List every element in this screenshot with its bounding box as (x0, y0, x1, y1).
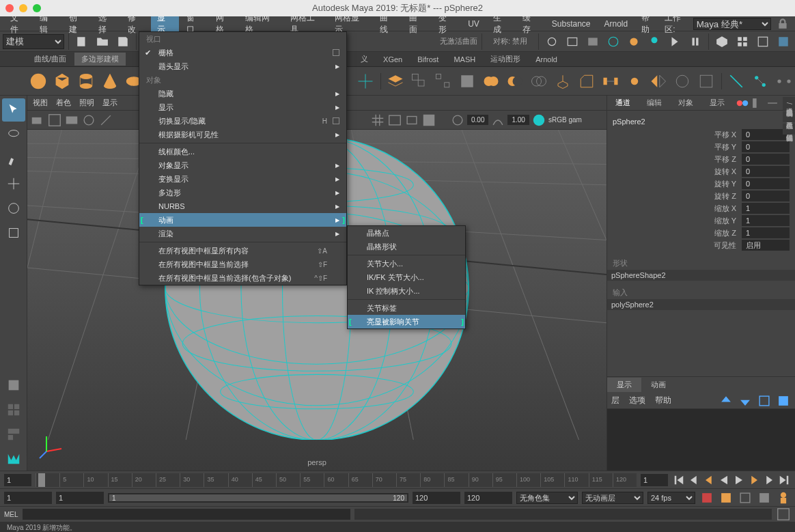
light-editor-icon[interactable] (645, 33, 663, 51)
side-tab-attr[interactable]: 属性编辑器 (783, 124, 795, 135)
layer-add-selected-icon[interactable] (757, 393, 772, 408)
menu-item[interactable]: 切换显示/隐藏H (139, 114, 346, 128)
cb-object-name[interactable]: pSphere2 (613, 117, 790, 126)
menu-item[interactable]: 多边形▶ (139, 186, 346, 199)
rs-anim-end[interactable]: 120 (464, 492, 512, 504)
outliner-icon[interactable] (713, 33, 731, 51)
menu-arnold[interactable]: Arnold (598, 18, 634, 30)
vp-gate-mask-icon[interactable] (421, 113, 436, 128)
attr-value[interactable]: 0 (742, 154, 790, 165)
attr-value[interactable]: 0 (742, 141, 790, 152)
vp-colorspace[interactable]: sRGB gam (548, 116, 582, 124)
next-frame-icon[interactable] (747, 473, 761, 487)
vp-menu-shading[interactable]: 着色 (56, 98, 71, 108)
layer-menu-layers[interactable]: 层 (611, 395, 619, 406)
menu-item[interactable]: [动画▶] (139, 213, 346, 227)
command-input[interactable] (23, 509, 350, 520)
bool-intersect-icon[interactable] (529, 70, 550, 92)
autokey-icon[interactable] (699, 490, 714, 505)
paint-select-tool[interactable] (2, 148, 25, 171)
cb-icon-1[interactable] (735, 96, 750, 111)
menu-item[interactable]: 对象显示▶ (139, 158, 346, 172)
separate-icon[interactable] (433, 70, 454, 92)
shelf-tab-curves[interactable]: 曲线/曲面 (27, 53, 73, 66)
ipr-icon[interactable] (584, 33, 602, 51)
next-key-icon[interactable] (762, 473, 776, 487)
maya-logo-icon[interactable] (2, 447, 25, 471)
cb-tab-show[interactable]: 显示 (701, 96, 733, 110)
shelf-tab-bifrost[interactable]: Bifrost (410, 54, 445, 65)
vp-2d-pan-icon[interactable] (81, 113, 96, 128)
vp-image-plane-icon[interactable] (64, 113, 79, 128)
shelf-tab-motion[interactable]: 运动图形 (484, 53, 527, 66)
scale-tool[interactable] (2, 221, 25, 244)
menu-item[interactable]: 在所有视图中框显当前选择(包含子对象)^⇧F (139, 271, 346, 285)
graph-editor-icon[interactable] (734, 33, 751, 51)
layout-single-icon[interactable] (2, 374, 25, 397)
submenu-item[interactable]: IK 控制柄大小... (348, 284, 465, 298)
connect-icon[interactable] (774, 70, 795, 92)
snap-icon[interactable] (355, 70, 376, 92)
prefs-icon[interactable] (719, 490, 734, 505)
render-settings-icon[interactable] (604, 33, 622, 51)
menu-item[interactable]: 渲染▶ (139, 227, 346, 240)
side-tab-channelbox[interactable]: 通道盒/层编辑器 (783, 97, 795, 110)
rs-play-start[interactable]: 1 (56, 492, 104, 504)
layers-icon[interactable] (385, 70, 406, 92)
misc-icon[interactable] (624, 70, 645, 92)
layer-move-down-icon[interactable] (738, 393, 753, 408)
menu-item[interactable]: NURBS▶ (139, 199, 346, 213)
play-fwd-icon[interactable] (732, 473, 746, 487)
move-tool[interactable] (2, 172, 25, 195)
attr-value[interactable]: 0 (742, 166, 790, 177)
go-end-icon[interactable] (777, 473, 791, 487)
poly-cone-icon[interactable] (99, 70, 120, 92)
vp-resolution-gate-icon[interactable] (404, 113, 419, 128)
shelf-tab-arnold[interactable]: Arnold (529, 54, 564, 65)
layer-tab-display[interactable]: 显示 (607, 378, 641, 392)
new-scene-icon[interactable] (73, 33, 91, 51)
playhead[interactable] (38, 473, 45, 487)
submenu-item[interactable]: IK/FK 关节大小... (348, 270, 465, 284)
animlayer-select[interactable]: 无动画层 (582, 492, 643, 504)
attr-value[interactable]: 启用 (742, 240, 790, 251)
time-track[interactable]: 1510152025303540455055606570758085909510… (36, 473, 637, 487)
cb-tab-channels[interactable]: 通道 (607, 96, 639, 110)
bevel-icon[interactable] (576, 70, 598, 92)
side-tab-modeling[interactable]: 建模工具包 (783, 111, 795, 122)
shelf-tab-mash[interactable]: MASH (447, 54, 482, 65)
layer-new-icon[interactable] (776, 393, 791, 408)
menu-uv[interactable]: UV (462, 18, 486, 30)
anim-prefs-icon[interactable] (738, 490, 753, 505)
vp-grid-toggle-icon[interactable] (370, 113, 385, 128)
bool-diff-icon[interactable] (505, 70, 526, 92)
menu-item[interactable]: 题头显示▶ (139, 59, 346, 73)
layer-list[interactable] (607, 409, 795, 471)
script-editor-toggle-icon[interactable] (776, 507, 791, 522)
vp-menu-show[interactable]: 显示 (102, 98, 117, 108)
shelf-tab-poly[interactable]: 多边形建模 (74, 53, 126, 66)
layout-four-icon[interactable] (2, 398, 25, 421)
poly-sphere-icon[interactable] (27, 70, 48, 92)
submenu-item[interactable]: 关节大小... (348, 257, 465, 270)
menu-item[interactable]: 线框颜色... (139, 145, 346, 158)
vp-menu-lighting[interactable]: 照明 (79, 98, 94, 108)
layer-move-up-icon[interactable] (719, 393, 734, 408)
cb-tab-edit[interactable]: 编辑 (639, 96, 670, 110)
vp-menu-view[interactable]: 视图 (33, 98, 48, 108)
sculpt-icon[interactable] (672, 70, 693, 92)
range-track[interactable]: 1120 (108, 493, 408, 503)
cb-icon-2[interactable] (750, 96, 765, 111)
cb-shape-name[interactable]: pSphereShape2 (607, 270, 795, 281)
rs-play-end[interactable]: 120 (413, 492, 460, 504)
render-view-icon[interactable] (543, 33, 561, 51)
submenu-item[interactable]: [亮显被影响关节] (348, 315, 465, 328)
attr-value[interactable]: 0 (742, 178, 790, 189)
ts-current[interactable]: 1 (641, 474, 668, 486)
submenu-item[interactable]: 关节标签 (348, 301, 465, 315)
layer-tab-anim[interactable]: 动画 (641, 378, 675, 392)
prev-key-icon[interactable] (687, 473, 701, 487)
rotate-tool[interactable] (2, 197, 25, 220)
rs-anim-start[interactable]: 1 (4, 492, 52, 504)
shelf-tab-custom[interactable]: 义 (354, 53, 375, 66)
